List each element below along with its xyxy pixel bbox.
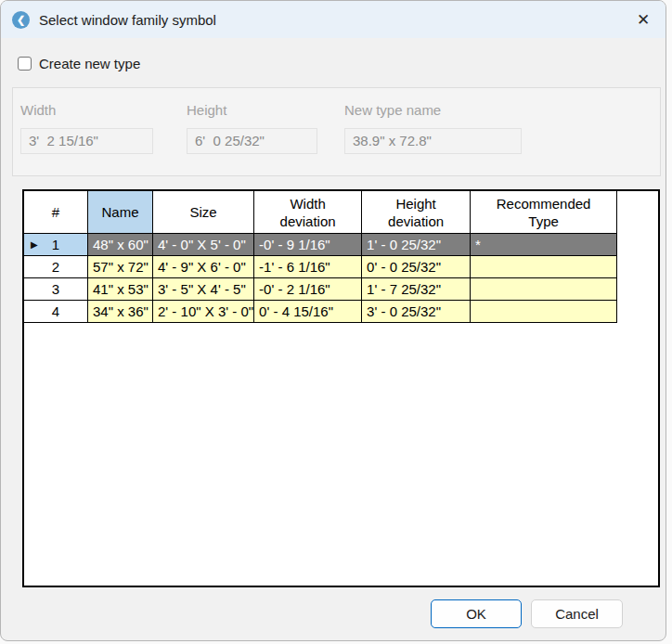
new-type-name-input[interactable]: 38.9" x 72.8" <box>344 128 522 154</box>
column-header-num[interactable]: # <box>24 191 88 234</box>
width-label: Width <box>20 102 153 118</box>
dialog-title: Select window family symbol <box>39 12 216 28</box>
grid-cell[interactable]: 4' - 9" X 6' - 0" <box>153 256 254 278</box>
grid-cell[interactable]: 57" x 72" <box>88 256 153 278</box>
table-row: 341" x 53"3' - 5" X 4' - 5"-0' - 2 1/16"… <box>24 278 617 301</box>
cancel-button-label: Cancel <box>555 606 599 622</box>
grid-cell[interactable]: -0' - 2 1/16" <box>254 278 362 301</box>
grid-cell[interactable]: 34" x 36" <box>88 301 153 323</box>
create-new-type-row: Create new type <box>18 56 140 71</box>
grid-cell[interactable]: 3' - 0 25/32" <box>362 301 471 323</box>
width-input[interactable]: 3' 2 15/16" <box>20 128 153 154</box>
grid-cell[interactable]: 2' - 10" X 3' - 0" <box>153 301 254 323</box>
table-row: 434" x 36"2' - 10" X 3' - 0"0' - 4 15/16… <box>24 301 617 323</box>
selected-row-arrow-icon: ▶ <box>31 240 38 250</box>
column-header-width-deviation[interactable]: Width deviation <box>254 191 362 234</box>
select-window-family-symbol-dialog: ❮ Select window family symbol ✕ Create n… <box>0 0 666 641</box>
back-chevron-app-icon: ❮ <box>12 11 30 29</box>
family-symbol-table: #NameSizeWidth deviationHeight deviation… <box>23 190 617 323</box>
new-type-name-label: New type name <box>344 102 522 118</box>
create-new-type-checkbox[interactable] <box>18 57 32 71</box>
grid-cell[interactable] <box>471 256 617 278</box>
create-new-type-label: Create new type <box>39 56 140 71</box>
grid-cell[interactable]: 4' - 0" X 5' - 0" <box>153 234 254 256</box>
row-number-cell[interactable]: ▶1 <box>24 234 88 256</box>
height-field-group: Height 6' 0 25/32" <box>187 102 317 154</box>
ok-button[interactable]: OK <box>431 599 522 628</box>
title-bar: ❮ Select window family symbol ✕ <box>1 1 666 38</box>
chevron-left-icon: ❮ <box>17 15 25 25</box>
grid-cell[interactable] <box>471 278 617 301</box>
grid-cell[interactable]: 41" x 53" <box>88 278 153 301</box>
grid-header-row: #NameSizeWidth deviationHeight deviation… <box>24 191 617 234</box>
grid-cell[interactable]: 0' - 0 25/32" <box>362 256 471 278</box>
ok-button-label: OK <box>466 606 486 622</box>
dimensions-panel: Width 3' 2 15/16" Height 6' 0 25/32" New… <box>12 87 661 176</box>
cancel-button[interactable]: Cancel <box>531 599 623 628</box>
column-header-name[interactable]: Name <box>88 191 153 234</box>
close-icon: ✕ <box>637 10 650 30</box>
grid-cell[interactable]: 1' - 7 25/32" <box>362 278 471 301</box>
table-row: 257" x 72"4' - 9" X 6' - 0"-1' - 6 1/16"… <box>24 256 617 278</box>
close-button[interactable]: ✕ <box>628 6 658 32</box>
column-header-recommended-type[interactable]: Recommended Type <box>471 191 617 234</box>
grid-cell[interactable]: 0' - 4 15/16" <box>254 301 362 323</box>
row-number-cell[interactable]: 2 <box>24 256 88 278</box>
table-row: ▶148" x 60"4' - 0" X 5' - 0"-0' - 9 1/16… <box>24 234 617 256</box>
grid-cell[interactable] <box>471 301 617 323</box>
grid-cell[interactable]: 48" x 60" <box>88 234 153 256</box>
row-number-cell[interactable]: 3 <box>24 278 88 301</box>
row-number-cell[interactable]: 4 <box>24 301 88 323</box>
new-type-name-field-group: New type name 38.9" x 72.8" <box>344 102 522 154</box>
width-field-group: Width 3' 2 15/16" <box>20 102 153 154</box>
grid-cell[interactable]: -0' - 9 1/16" <box>254 234 362 256</box>
grid-cell[interactable]: 3' - 5" X 4' - 5" <box>153 278 254 301</box>
column-header-size[interactable]: Size <box>153 191 254 234</box>
grid-cell[interactable]: * <box>471 234 617 256</box>
height-label: Height <box>187 102 317 118</box>
family-symbol-grid: #NameSizeWidth deviationHeight deviation… <box>22 189 660 587</box>
grid-cell[interactable]: 1' - 0 25/32" <box>362 234 471 256</box>
column-header-height-deviation[interactable]: Height deviation <box>362 191 471 234</box>
height-input[interactable]: 6' 0 25/32" <box>187 128 317 154</box>
grid-cell[interactable]: -1' - 6 1/16" <box>254 256 362 278</box>
